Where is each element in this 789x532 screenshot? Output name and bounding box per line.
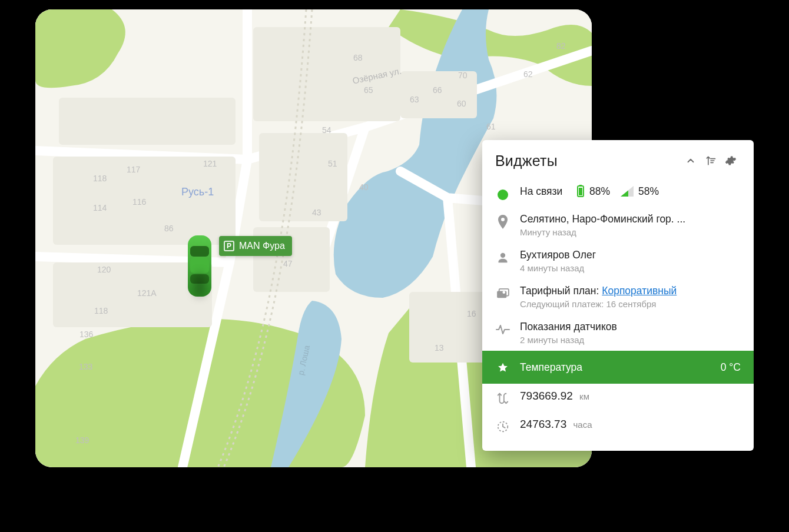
sensors-row[interactable]: Показания датчиков 2 минуты назад — [482, 315, 754, 351]
panel-title: Виджеты — [495, 152, 681, 169]
odometer-value: 793669.92 — [520, 390, 573, 402]
signal-icon — [621, 186, 634, 197]
settings-button[interactable] — [721, 151, 741, 171]
star-icon — [497, 362, 509, 374]
svg-rect-3 — [253, 27, 400, 121]
hours-row[interactable]: 24763.73 часа — [482, 412, 754, 440]
svg-rect-14 — [579, 185, 582, 187]
driver-row[interactable]: Бухтияров Олег 4 минуты назад — [482, 243, 754, 279]
temperature-label: Температура — [520, 361, 582, 374]
svg-rect-4 — [259, 133, 347, 221]
billing-icon — [496, 288, 509, 299]
chevron-up-icon — [685, 155, 696, 166]
svg-rect-7 — [53, 262, 212, 327]
tariff-row[interactable]: Тарифный план: Корпоративный Следующий п… — [482, 279, 754, 315]
status-label: На связи — [520, 185, 566, 198]
vehicle-label-tag[interactable]: P MAN Фура — [219, 236, 292, 256]
tariff-link[interactable]: Корпоративный — [602, 285, 677, 297]
svg-rect-1 — [59, 98, 236, 145]
signal-value: 58% — [638, 185, 659, 198]
vehicle-label-text: MAN Фура — [239, 241, 285, 251]
odometer-unit: км — [579, 391, 589, 401]
hours-unit: часа — [573, 420, 592, 430]
parking-icon: P — [224, 241, 234, 251]
svg-rect-2 — [53, 157, 236, 245]
location-text: Селятино, Наро-Фоминский гор. ... — [520, 213, 741, 225]
pin-icon — [497, 215, 509, 229]
sort-icon — [705, 155, 717, 167]
status-row[interactable]: На связи 88% 58% — [482, 179, 754, 207]
location-ago: Минуту назад — [520, 227, 741, 237]
driver-name: Бухтияров Олег — [520, 249, 741, 261]
activity-icon — [496, 325, 510, 334]
clock-icon — [496, 420, 509, 433]
panel-header: Виджеты — [482, 140, 754, 177]
sort-button[interactable] — [701, 151, 721, 171]
gear-icon — [725, 155, 737, 167]
svg-rect-15 — [579, 188, 582, 195]
person-icon — [497, 252, 509, 264]
widgets-panel: Виджеты На связи — [482, 140, 754, 451]
collapse-button[interactable] — [681, 151, 701, 171]
route-icon — [496, 392, 509, 405]
svg-rect-6 — [400, 71, 477, 118]
online-dot-icon — [498, 189, 508, 200]
battery-value: 88% — [589, 185, 610, 198]
sensors-ago: 2 минуты назад — [520, 335, 741, 345]
battery-icon — [576, 185, 585, 198]
temperature-row[interactable]: Температура 0 °C — [482, 351, 754, 384]
hours-value: 24763.73 — [520, 418, 566, 430]
driver-ago: 4 минуты назад — [520, 263, 741, 273]
tariff-sub: Следующий платеж: 16 сентября — [520, 299, 741, 309]
location-row[interactable]: Селятино, Наро-Фоминский гор. ... Минуту… — [482, 207, 754, 243]
tariff-text: Тарифный план: Корпоративный — [520, 285, 741, 297]
odometer-row[interactable]: 793669.92 км — [482, 384, 754, 412]
temperature-value: 0 °C — [721, 361, 741, 374]
svg-point-18 — [502, 291, 505, 294]
sensors-title: Показания датчиков — [520, 321, 741, 333]
panel-body: На связи 88% 58% — [482, 177, 754, 451]
